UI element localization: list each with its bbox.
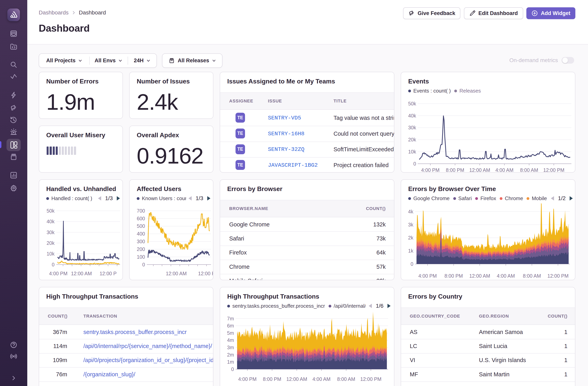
svg-text:0: 0 <box>411 261 413 267</box>
svg-text:1k: 1k <box>408 248 414 253</box>
svg-text:4:00 PM: 4:00 PM <box>421 167 440 173</box>
svg-text:40k: 40k <box>47 219 55 224</box>
svg-text:8:00 AM: 8:00 AM <box>523 273 541 279</box>
svg-text:8:00 PM: 8:00 PM <box>446 167 464 173</box>
svg-text:6m: 6m <box>227 323 234 328</box>
svg-text:200: 200 <box>137 246 145 252</box>
svg-text:4:00 PM: 4:00 PM <box>49 271 67 276</box>
svg-text:12:00 PM: 12:00 PM <box>198 271 213 276</box>
svg-text:8:00 PM: 8:00 PM <box>444 273 463 279</box>
svg-text:20k: 20k <box>47 240 55 246</box>
svg-text:0: 0 <box>413 161 416 166</box>
svg-text:0: 0 <box>52 262 55 267</box>
svg-text:300: 300 <box>137 239 145 244</box>
svg-text:4:00 PM: 4:00 PM <box>418 273 437 279</box>
svg-text:12:00 AM: 12:00 AM <box>469 167 490 173</box>
svg-text:10k: 10k <box>47 251 55 256</box>
svg-text:30k: 30k <box>408 125 416 130</box>
svg-text:4:00 AM: 4:00 AM <box>495 167 514 173</box>
svg-text:50k: 50k <box>408 101 416 106</box>
svg-text:0: 0 <box>231 366 234 372</box>
svg-text:2m: 2m <box>227 352 234 358</box>
svg-text:10k: 10k <box>408 149 416 155</box>
svg-text:12:00 AM: 12:00 AM <box>286 376 307 382</box>
svg-text:600: 600 <box>137 216 145 221</box>
svg-text:8:00 AM: 8:00 AM <box>520 167 538 173</box>
svg-text:2k: 2k <box>408 235 414 240</box>
svg-text:5m: 5m <box>227 330 234 336</box>
svg-text:100: 100 <box>137 254 145 260</box>
svg-text:12:00 PM: 12:00 PM <box>547 273 568 279</box>
svg-text:7m: 7m <box>227 316 234 321</box>
svg-text:8:00 AM: 8:00 AM <box>337 376 355 382</box>
svg-text:3k: 3k <box>408 222 414 227</box>
svg-text:0: 0 <box>142 262 145 267</box>
svg-text:20k: 20k <box>408 137 416 142</box>
svg-text:30k: 30k <box>47 229 55 235</box>
svg-text:400: 400 <box>137 231 145 236</box>
svg-text:12:00 AM: 12:00 AM <box>469 273 490 279</box>
svg-text:8:00 PM: 8:00 PM <box>263 376 281 382</box>
svg-text:3m: 3m <box>227 345 234 350</box>
svg-text:12:00 PM: 12:00 PM <box>360 376 381 382</box>
svg-text:4k: 4k <box>408 209 414 214</box>
svg-text:12:00 PM: 12:00 PM <box>543 167 564 173</box>
svg-text:1m: 1m <box>227 359 234 365</box>
svg-text:4m: 4m <box>227 337 234 343</box>
svg-text:4:00 AM: 4:00 AM <box>497 273 515 279</box>
svg-text:500: 500 <box>137 223 145 229</box>
svg-text:50k: 50k <box>47 208 55 214</box>
svg-text:4:00 PM: 4:00 PM <box>238 376 256 382</box>
svg-text:12:00 AM: 12:00 AM <box>166 271 187 276</box>
svg-text:12:00 P: 12:00 P <box>100 271 117 276</box>
svg-text:12:00 AM: 12:00 AM <box>71 271 92 276</box>
svg-text:4:00 AM: 4:00 AM <box>312 376 331 382</box>
svg-text:40k: 40k <box>408 113 416 118</box>
svg-text:700: 700 <box>137 208 145 214</box>
